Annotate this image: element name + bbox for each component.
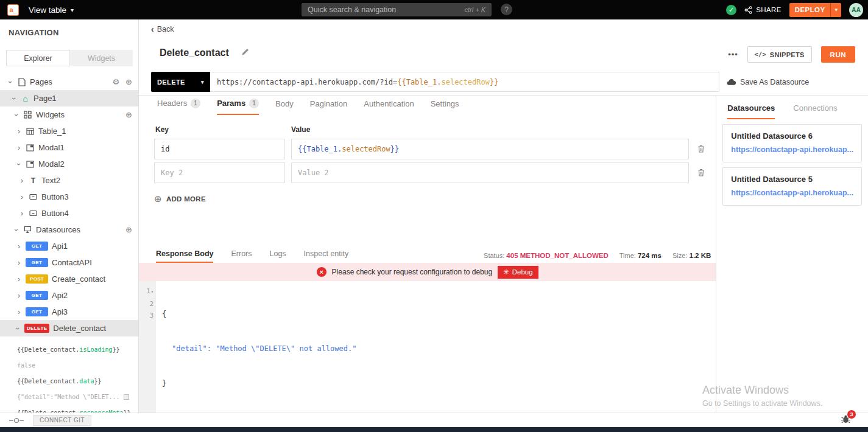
binding-isloading[interactable]: {{Delete_contact.isLoading}} <box>0 341 138 357</box>
edit-name-icon[interactable] <box>241 47 250 58</box>
tab-inspect-entity[interactable]: Inspect entity <box>304 249 349 263</box>
chevron-right-icon[interactable] <box>16 308 22 316</box>
tree-label: Delete_contact <box>53 324 106 333</box>
chevron-down-icon[interactable] <box>7 78 13 86</box>
chevron-right-icon[interactable] <box>19 193 25 201</box>
url-input[interactable]: https://contactapp-api.herokuapp.com/?id… <box>210 72 719 92</box>
page-title: Delete_contact <box>160 47 229 58</box>
add-more-button[interactable]: ⊕ ADD MORE <box>154 193 716 204</box>
chevron-right-icon[interactable] <box>19 209 25 218</box>
datasource-url[interactable]: https://contactapp-api.herokuap... <box>731 145 853 154</box>
sidebar-item-api3[interactable]: GET Api3 <box>0 304 138 320</box>
chevron-right-icon[interactable] <box>16 242 22 251</box>
chevron-down-icon[interactable] <box>13 111 19 119</box>
response-tabs: Response Body Errors Logs Inspect entity… <box>139 246 716 263</box>
tab-headers[interactable]: Headers 1 <box>157 99 200 115</box>
app-logo-icon[interactable]: a_ <box>7 4 19 16</box>
param-value-input[interactable]: {{Table_1.selectedRow}} <box>291 139 689 159</box>
run-button[interactable]: RUN <box>821 46 855 63</box>
gear-icon[interactable]: ⚙ <box>112 77 119 86</box>
sidebar-item-create-contact[interactable]: POST Create_contact <box>0 271 138 287</box>
tab-connections[interactable]: Connections <box>793 103 837 119</box>
debug-bug-button[interactable]: 3 <box>841 414 851 427</box>
chevron-down-icon[interactable] <box>16 160 22 169</box>
fold-arrow-icon[interactable]: ▾ <box>151 290 153 294</box>
deploy-chevron-icon[interactable]: ▾ <box>830 3 841 17</box>
response-body-viewer[interactable]: 1▾ 2 3 { "detail": "Method \"DELETE\" no… <box>139 281 716 413</box>
chevron-right-icon[interactable] <box>16 127 22 136</box>
chevron-right-icon[interactable] <box>16 144 22 152</box>
tab-widgets[interactable]: Widgets <box>70 50 133 66</box>
app-menu[interactable]: View table ▾ <box>29 5 74 15</box>
plus-icon[interactable]: ⊕ <box>125 225 132 234</box>
binding-data[interactable]: {{Delete_contact.data}} <box>0 373 138 389</box>
chevron-right-icon[interactable] <box>16 275 22 284</box>
deploy-button[interactable]: DEPLOY ▾ <box>789 3 841 17</box>
tab-errors[interactable]: Errors <box>231 249 252 263</box>
tab-authentication[interactable]: Authentication <box>364 99 414 115</box>
sidebar-item-text2[interactable]: T Text2 <box>0 172 138 189</box>
tab-response-body[interactable]: Response Body <box>156 249 213 263</box>
param-row: {{Table_1.selectedRow}} <box>154 139 716 159</box>
tab-label: Authentication <box>364 99 414 108</box>
sidebar-item-datasources[interactable]: Datasources ⊕ <box>0 221 138 238</box>
sidebar-item-button4[interactable]: Button4 <box>0 205 138 221</box>
binding-prop: isLoading <box>79 346 112 353</box>
plus-icon[interactable]: ⊕ <box>125 77 132 86</box>
sidebar-item-contactapi[interactable]: GET ContactAPI <box>0 254 138 271</box>
back-button[interactable]: ‹ Back <box>151 24 174 34</box>
debug-button[interactable]: ✳ Debug <box>498 266 538 279</box>
params-editor: Key Value {{Table_1.selectedRow}} <box>139 115 716 246</box>
url-text: https://contactapp-api.herokuapp.com/?id… <box>217 78 397 86</box>
tab-settings[interactable]: Settings <box>431 99 459 115</box>
code-line: "detail": "Method \"DELETE\" not allowed… <box>162 343 356 355</box>
datasource-card[interactable]: Untitled Datasource 6 https://contactapp… <box>722 124 862 162</box>
tab-datasources[interactable]: Datasources <box>727 103 775 119</box>
chevron-right-icon[interactable] <box>16 291 22 300</box>
tab-params[interactable]: Params 1 <box>217 99 259 115</box>
param-key-input[interactable] <box>154 162 285 183</box>
sidebar-item-modal1[interactable]: Modal1 <box>0 139 138 156</box>
save-as-datasource-label: Save As Datasource <box>740 78 809 86</box>
chevron-right-icon[interactable] <box>19 176 25 185</box>
sidebar-item-table1[interactable]: Table_1 <box>0 123 138 139</box>
more-menu-icon[interactable]: ••• <box>728 50 738 59</box>
connect-git-button[interactable]: CONNECT GIT <box>33 415 91 426</box>
avatar[interactable]: AA <box>849 3 863 17</box>
sidebar-item-page1[interactable]: ⌂ Page1 <box>0 90 138 106</box>
plus-icon[interactable]: ⊕ <box>125 110 132 119</box>
sidebar-item-modal2[interactable]: Modal2 <box>0 156 138 172</box>
copy-icon[interactable] <box>124 394 129 400</box>
chevron-down-icon[interactable] <box>15 324 21 333</box>
sidebar-item-api1[interactable]: GET Api1 <box>0 238 138 254</box>
delete-row-icon[interactable] <box>697 144 705 153</box>
param-value-input[interactable] <box>291 162 689 183</box>
snippets-button[interactable]: </> SNIPPETS <box>747 46 812 63</box>
chevron-right-icon[interactable] <box>16 259 22 267</box>
quick-search-input[interactable]: Quick search & navigation ctrl + K <box>302 3 492 16</box>
tab-body[interactable]: Body <box>275 99 294 115</box>
sidebar-item-api2[interactable]: GET Api2 <box>0 287 138 304</box>
tab-logs[interactable]: Logs <box>270 249 286 263</box>
http-method-dropdown[interactable]: DELETE ▾ <box>151 72 210 92</box>
tab-explorer[interactable]: Explorer <box>6 50 70 66</box>
workbench: ‹ Back Delete_contact ••• </> SNIPPETS R… <box>139 19 868 413</box>
tree-label: Table_1 <box>38 127 66 136</box>
tab-pagination[interactable]: Pagination <box>310 99 347 115</box>
value-binding-open: {{Table_1. <box>298 145 342 153</box>
datasource-url[interactable]: https://contactapp-api.herokuap... <box>731 189 853 197</box>
code-icon: </> <box>755 51 766 58</box>
sidebar-item-delete-contact[interactable]: DELETE Delete_contact <box>0 320 138 336</box>
help-icon[interactable]: ? <box>501 4 512 15</box>
sidebar-item-button3[interactable]: Button3 <box>0 189 138 205</box>
save-as-datasource-button[interactable]: Save As Datasource <box>727 72 809 92</box>
chevron-down-icon[interactable] <box>13 226 19 234</box>
param-key-input[interactable] <box>154 139 285 159</box>
binding-responsemeta[interactable]: {{Delete_contact.responseMeta}} <box>0 405 138 413</box>
share-button[interactable]: SHARE <box>744 6 782 14</box>
sidebar-item-widgets[interactable]: Widgets ⊕ <box>0 106 138 123</box>
sidebar-item-pages[interactable]: Pages ⚙ ⊕ <box>0 74 138 90</box>
chevron-down-icon[interactable] <box>11 94 17 103</box>
delete-row-icon[interactable] <box>697 168 705 177</box>
datasource-card[interactable]: Untitled Datasource 5 https://contactapp… <box>722 167 862 206</box>
